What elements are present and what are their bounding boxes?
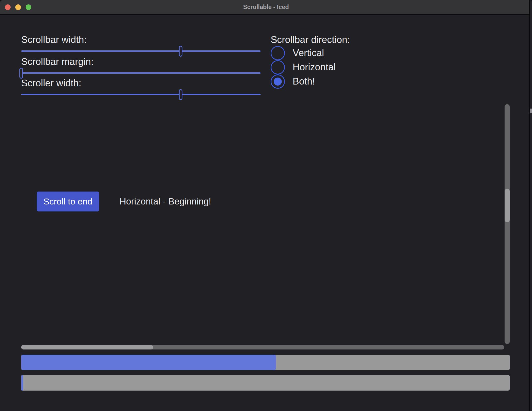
progress-fill <box>21 355 276 370</box>
slider-rail[interactable] <box>21 94 261 95</box>
scroller-width-slider[interactable] <box>21 94 261 95</box>
scrollbar-width-slider[interactable] <box>21 50 261 52</box>
slider-rail[interactable] <box>21 50 261 52</box>
scrollbar-direction-label: Scrollbar direction: <box>271 35 350 45</box>
slider-handle[interactable] <box>179 89 182 100</box>
horizontal-progress-bar <box>21 355 510 370</box>
radio-vertical[interactable]: Vertical <box>271 46 324 60</box>
radio-both[interactable]: Both! <box>271 74 315 89</box>
radio-label[interactable]: Vertical <box>293 48 324 58</box>
titlebar: Scrollable - Iced <box>0 0 532 15</box>
radio-horizontal[interactable]: Horizontal <box>271 60 336 74</box>
window-title: Scrollable - Iced <box>0 0 532 14</box>
scroller-width-label: Scroller width: <box>21 78 81 88</box>
slider-rail[interactable] <box>21 72 261 74</box>
slider-handle[interactable] <box>179 46 182 57</box>
scrollbar-margin-label: Scrollbar margin: <box>21 57 94 67</box>
radio-circle-icon[interactable] <box>271 60 285 74</box>
scroll-to-end-button[interactable]: Scroll to end <box>37 192 99 211</box>
radio-circle-icon[interactable] <box>271 74 285 89</box>
radio-label[interactable]: Horizontal <box>293 62 336 73</box>
horizontal-scrollbar-track[interactable] <box>21 345 504 349</box>
app-window: Scrollable - Iced Scrollbar width: Scrol… <box>0 0 532 411</box>
scrollbar-margin-slider[interactable] <box>21 72 261 74</box>
vertical-scrollbar-thumb[interactable] <box>505 189 510 222</box>
radio-circle-icon[interactable] <box>271 46 285 60</box>
vertical-scrollbar-track[interactable] <box>505 104 510 344</box>
radio-selected-dot <box>274 78 282 86</box>
window-right-edge <box>529 0 532 411</box>
scrollbar-width-label: Scrollbar width: <box>21 35 87 45</box>
scroll-status-text: Horizontal - Beginning! <box>120 196 211 207</box>
radio-label[interactable]: Both! <box>293 76 315 87</box>
vertical-progress-bar <box>21 375 510 391</box>
background-window-sliver <box>530 109 532 113</box>
horizontal-scrollbar-thumb[interactable] <box>21 345 153 349</box>
progress-fill <box>21 375 23 391</box>
slider-handle[interactable] <box>19 68 23 79</box>
